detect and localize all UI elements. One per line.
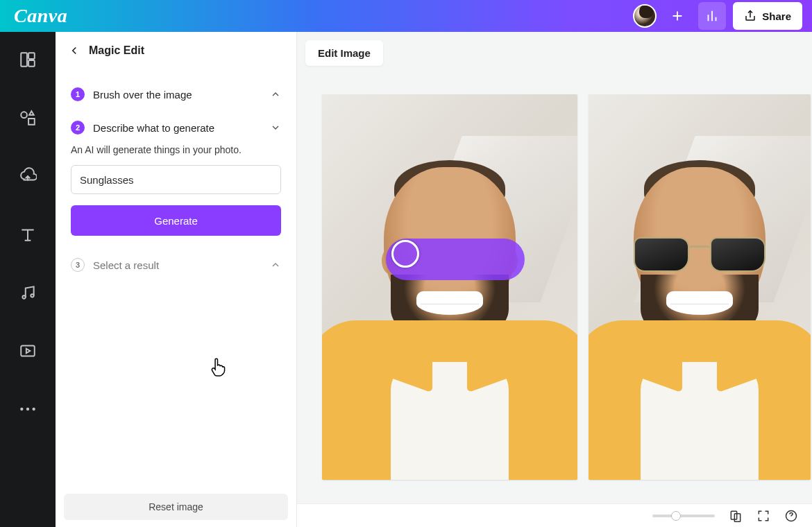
- templates-icon: [19, 51, 37, 69]
- step-2-body: An AI will generate things in your photo…: [71, 144, 281, 248]
- svg-rect-11: [734, 513, 740, 521]
- step-3-row[interactable]: 3 Select a result: [71, 248, 281, 282]
- more-icon: [19, 406, 37, 413]
- chevron-down-icon: [270, 122, 281, 133]
- sunglasses-result: [634, 237, 766, 276]
- step-1-label: Brush over the image: [93, 89, 192, 101]
- svg-rect-1: [28, 53, 35, 59]
- avatar[interactable]: [633, 4, 657, 28]
- step-2-row[interactable]: 2 Describe what to generate: [71, 111, 281, 144]
- chevron-up-icon: [270, 259, 281, 270]
- rail-videos[interactable]: [14, 337, 42, 365]
- body: Magic Edit 1 Brush over the image 2 Desc…: [0, 32, 812, 527]
- prompt-input[interactable]: [71, 165, 281, 194]
- reset-image-button[interactable]: Reset image: [64, 494, 288, 520]
- result-image[interactable]: [589, 94, 811, 480]
- uploads-icon: [19, 167, 37, 185]
- rail-uploads[interactable]: [14, 162, 42, 190]
- rail-text[interactable]: [14, 221, 42, 248]
- floating-edit-image-tag[interactable]: Edit Image: [305, 40, 383, 66]
- help-icon[interactable]: [784, 509, 798, 523]
- svg-point-4: [22, 295, 25, 298]
- share-button[interactable]: Share: [733, 2, 802, 30]
- panel-header: Magic Edit: [56, 32, 296, 69]
- back-chevron-icon[interactable]: [68, 44, 81, 57]
- topbar-right: Share: [633, 2, 802, 30]
- audio-icon: [19, 284, 37, 302]
- step-2-label: Describe what to generate: [93, 122, 214, 134]
- step-2-hint: An AI will generate things in your photo…: [71, 144, 281, 155]
- share-label: Share: [762, 10, 791, 22]
- top-bar: Canva Share: [0, 0, 812, 32]
- svg-rect-0: [21, 53, 27, 67]
- rail-elements[interactable]: [14, 104, 42, 132]
- canva-logo: Canva: [14, 5, 67, 27]
- step-3-badge: 3: [71, 258, 85, 272]
- step-1-badge: 1: [71, 87, 85, 101]
- original-image[interactable]: [322, 94, 577, 480]
- cursor-icon: [210, 357, 228, 378]
- rail-templates[interactable]: [14, 46, 42, 74]
- svg-point-3: [21, 112, 27, 118]
- steps: 1 Brush over the image 2 Describe what t…: [56, 69, 296, 282]
- canvas-area: Edit Image: [297, 32, 812, 527]
- svg-point-9: [33, 408, 35, 411]
- fullscreen-icon[interactable]: [756, 509, 770, 523]
- rail-audio[interactable]: [14, 279, 42, 306]
- brush-cursor-icon: [391, 240, 419, 268]
- insights-icon: [704, 8, 720, 24]
- add-button[interactable]: [663, 2, 691, 30]
- pages-icon[interactable]: [729, 509, 743, 523]
- bottom-toolbar: [297, 503, 812, 527]
- step-1-row[interactable]: 1 Brush over the image: [71, 78, 281, 111]
- step-2-badge: 2: [71, 121, 85, 135]
- insights-button[interactable]: [698, 2, 726, 30]
- svg-point-5: [31, 294, 33, 297]
- chevron-up-icon: [270, 89, 281, 100]
- generate-button[interactable]: Generate: [71, 205, 281, 236]
- rail-more[interactable]: [14, 395, 42, 423]
- svg-point-8: [26, 408, 29, 411]
- svg-rect-10: [731, 511, 736, 519]
- elements-icon: [19, 109, 37, 127]
- videos-icon: [19, 342, 37, 360]
- svg-rect-2: [28, 60, 35, 67]
- left-rail: [0, 32, 56, 527]
- image-compare: [322, 94, 812, 480]
- svg-rect-6: [21, 345, 35, 356]
- zoom-slider[interactable]: [652, 515, 715, 517]
- text-icon: [19, 225, 37, 243]
- side-panel: Magic Edit 1 Brush over the image 2 Desc…: [56, 32, 297, 527]
- svg-point-7: [20, 408, 23, 411]
- step-3-label: Select a result: [93, 259, 159, 271]
- plus-icon: [670, 8, 685, 24]
- panel-title: Magic Edit: [89, 44, 144, 57]
- share-icon: [744, 10, 756, 22]
